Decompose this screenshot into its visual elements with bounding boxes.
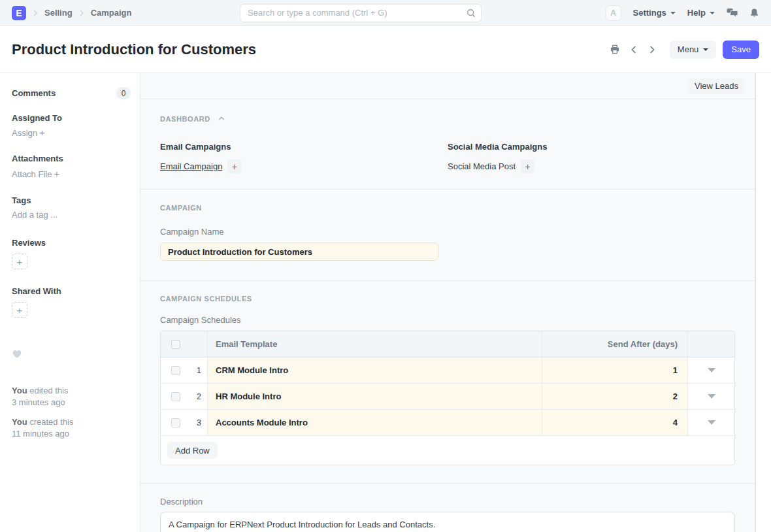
print-icon[interactable] [608, 43, 621, 56]
row-index: 3 [197, 418, 201, 427]
comments-label: Comments [12, 88, 56, 98]
activity-who: You [12, 417, 27, 427]
send-after-cell[interactable]: 4 [542, 410, 687, 435]
attachments-label: Attachments [12, 154, 131, 163]
social-media-campaigns-group: Social Media Campaigns Social Media Post… [448, 142, 735, 173]
email-template-cell[interactable]: Accounts Module Intro [207, 410, 542, 435]
breadcrumb-selling[interactable]: Selling [44, 8, 73, 18]
settings-label: Settings [633, 8, 666, 18]
help-menu[interactable]: Help [687, 8, 715, 18]
prev-document-icon[interactable] [628, 44, 640, 56]
global-search [240, 4, 482, 22]
description-section: Description A Campaign for ERPNext Produ… [140, 484, 755, 532]
description-textarea[interactable]: A Campaign for ERPNext Product Introduct… [160, 512, 735, 532]
search-icon [467, 8, 476, 20]
app-logo[interactable]: E [12, 6, 26, 20]
activity-action: created this [27, 417, 74, 427]
breadcrumb-campaign[interactable]: Campaign [91, 8, 132, 18]
like-heart-icon[interactable] [12, 349, 22, 361]
assign-button[interactable]: Assign+ [12, 127, 131, 138]
next-document-icon[interactable] [646, 44, 658, 56]
add-row-button[interactable]: Add Row [167, 442, 218, 459]
dashboard-section-head[interactable]: DASHBOARD [160, 114, 735, 124]
comments-count-badge: 0 [116, 87, 131, 99]
dashboard-section: DASHBOARD Email Campaigns Email Campaign… [140, 99, 755, 190]
campaign-name-input[interactable] [160, 242, 438, 261]
social-media-post-link[interactable]: Social Media Post [448, 161, 516, 171]
send-after-column-header: Send After (days) [542, 331, 687, 357]
add-tag-input[interactable]: Add a tag ... [12, 210, 131, 220]
chat-icon[interactable] [727, 8, 738, 18]
campaign-section-title: CAMPAIGN [160, 204, 735, 212]
table-row: 3 Accounts Module Intro 4 [161, 410, 734, 436]
activity-action: edited this [27, 386, 69, 395]
social-media-campaigns-label: Social Media Campaigns [448, 142, 735, 152]
settings-menu[interactable]: Settings [633, 8, 676, 18]
caret-down-icon [708, 394, 715, 399]
grid-header-row: Email Template Send After (days) [161, 331, 734, 357]
form-toolbar: View Leads [140, 73, 755, 99]
campaign-section: CAMPAIGN Campaign Name [140, 190, 755, 281]
send-after-cell[interactable]: 1 [542, 357, 687, 383]
select-all-checkbox[interactable] [171, 340, 180, 349]
email-campaign-link[interactable]: Email Campaign [160, 161, 222, 171]
chevron-down-icon [703, 48, 708, 51]
add-review-button[interactable]: + [12, 254, 27, 269]
row-checkbox[interactable] [171, 392, 180, 401]
breadcrumb-chevron-icon [76, 8, 87, 18]
tags-label: Tags [12, 195, 131, 205]
row-checkbox[interactable] [171, 366, 180, 375]
plus-icon: + [54, 168, 59, 179]
email-template-column-header: Email Template [207, 331, 542, 357]
page-title: Product Introduction for Customers [12, 41, 256, 58]
shared-with-label: Shared With [12, 286, 131, 296]
email-template-cell[interactable]: HR Module Intro [207, 384, 542, 409]
row-checkbox[interactable] [171, 418, 180, 427]
description-label: Description [160, 497, 735, 507]
breadcrumb-chevron-icon [30, 8, 41, 18]
campaign-schedules-section: CAMPAIGN SCHEDULES Campaign Schedules Em… [140, 281, 755, 484]
search-input[interactable] [240, 4, 482, 22]
email-campaigns-label: Email Campaigns [160, 142, 448, 152]
sidebar-comments[interactable]: Comments 0 [12, 87, 131, 99]
activity-created: You created this 11 minutes ago [12, 417, 131, 439]
chevron-down-icon [710, 12, 715, 14]
edit-row-button[interactable] [687, 357, 734, 383]
assigned-to-label: Assigned To [12, 113, 131, 123]
caret-down-icon [708, 420, 715, 425]
email-campaigns-group: Email Campaigns Email Campaign + [160, 142, 448, 173]
chevron-up-icon [217, 114, 226, 124]
campaign-name-label: Campaign Name [160, 227, 735, 237]
table-row: 2 HR Module Intro 2 [161, 384, 734, 410]
row-index: 1 [197, 365, 201, 375]
add-social-media-post-button[interactable]: + [521, 159, 534, 173]
save-button[interactable]: Save [723, 41, 759, 59]
page-header: Product Introduction for Customers Menu … [0, 26, 771, 73]
notifications-bell-icon[interactable] [749, 8, 759, 18]
menu-label: Menu [678, 44, 699, 54]
menu-button[interactable]: Menu [670, 41, 717, 59]
view-leads-button[interactable]: View Leads [688, 78, 745, 94]
add-share-button[interactable]: + [12, 302, 27, 318]
activity-when: 11 minutes ago [12, 429, 131, 439]
schedules-grid: Email Template Send After (days) 1 CRM M… [160, 331, 735, 465]
navbar: E Selling Campaign A Settings Help [0, 0, 771, 26]
assign-label: Assign [12, 128, 37, 138]
row-index: 2 [197, 391, 201, 401]
help-label: Help [687, 8, 706, 18]
activity-when: 3 minutes ago [12, 397, 131, 407]
campaign-schedules-label: Campaign Schedules [160, 315, 735, 325]
edit-row-button[interactable] [687, 410, 734, 435]
send-after-cell[interactable]: 2 [542, 384, 687, 409]
edit-row-button[interactable] [687, 384, 734, 409]
attach-file-button[interactable]: Attach File+ [12, 168, 131, 179]
email-template-cell[interactable]: CRM Module Intro [207, 357, 542, 383]
user-avatar[interactable]: A [606, 5, 621, 21]
activity-who: You [12, 386, 27, 395]
chevron-down-icon [670, 12, 676, 14]
scroll-gutter [756, 73, 771, 532]
form-body: View Leads DASHBOARD Email Campaigns Ema… [140, 73, 756, 532]
plus-icon: + [39, 127, 45, 138]
add-email-campaign-button[interactable]: + [227, 159, 241, 173]
reviews-label: Reviews [12, 238, 131, 248]
